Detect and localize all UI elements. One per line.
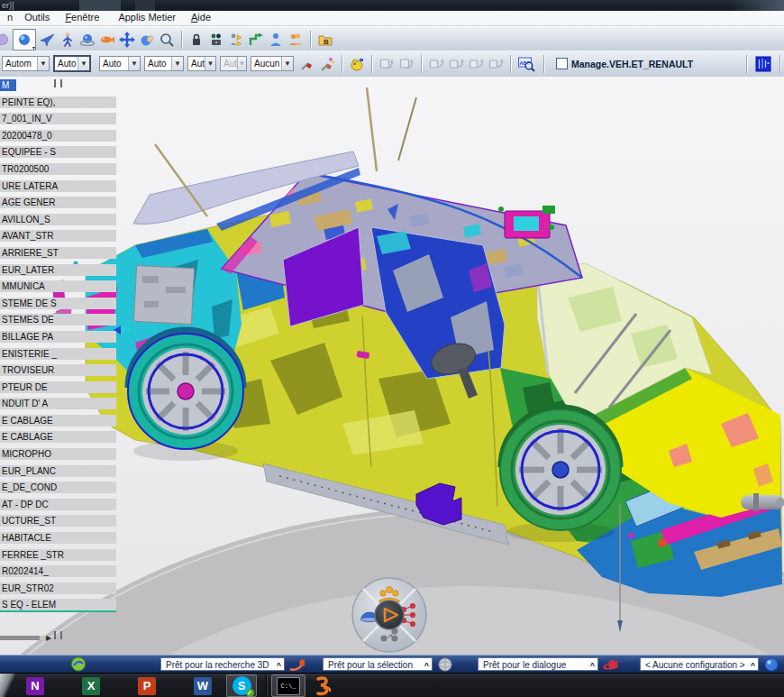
menu-item-partial[interactable]: n — [7, 11, 13, 24]
tree-item[interactable]: URE LATERA — [0, 180, 116, 192]
filter-dropdown-3[interactable]: Auto▼ — [99, 56, 141, 71]
lock-icon[interactable] — [187, 31, 205, 49]
turntable-icon[interactable] — [78, 31, 96, 49]
tree-item[interactable]: EUR_PLANC — [0, 465, 116, 477]
user-blue-icon[interactable] — [267, 31, 285, 49]
tree-item[interactable]: 7_001_IN_V — [0, 113, 116, 124]
tree-item[interactable]: FERREE _STR — [0, 549, 116, 561]
scrollbar-thumb[interactable] — [0, 636, 40, 640]
tree-item[interactable]: E CABLAGE — [0, 415, 116, 426]
status-search-3d[interactable]: Prêt pour la recherche 3D ^ — [160, 657, 285, 671]
globe-icon[interactable] — [436, 656, 452, 672]
tree-item[interactable]: TROVISEUR — [0, 364, 116, 376]
tree-item[interactable]: AT - DP DC — [0, 499, 116, 510]
tree-item[interactable]: M — [0, 79, 16, 91]
menu-item-fenetre[interactable]: Fenêtre — [65, 11, 99, 24]
chevron-down-icon[interactable]: ▼ — [205, 57, 215, 70]
fish-fly-icon[interactable] — [98, 31, 116, 49]
menu-item-applis-metier[interactable]: Applis Metier — [118, 11, 176, 24]
examine-mode-icon[interactable]: ▾ — [13, 29, 36, 50]
filter-dropdown-7[interactable]: Aucun▼ — [251, 56, 294, 71]
tree-item[interactable]: TR0200500 — [0, 163, 116, 175]
mascot-icon[interactable] — [348, 55, 366, 73]
tree-item[interactable]: EUR_LATER — [0, 264, 116, 276]
tree-item[interactable]: AGE GENER — [0, 197, 116, 208]
tree-item[interactable]: HABITACLE — [0, 532, 116, 544]
3ds-logo-icon[interactable] — [70, 656, 87, 672]
menu-item-aide[interactable]: Aide — [191, 11, 211, 24]
tree-item[interactable]: NDUIT D' A — [0, 398, 116, 409]
chevron-down-icon[interactable]: ▼ — [281, 57, 293, 70]
tree-item[interactable]: MICROPHO — [0, 448, 116, 460]
catalog-b-icon[interactable]: B — [316, 31, 334, 49]
examine-dropdown-caret[interactable]: ▾ — [32, 45, 35, 50]
abc-search-icon[interactable]: ABC — [516, 55, 538, 73]
tree-item[interactable]: E CABLAGE — [0, 431, 116, 443]
tree-item[interactable]: ARRIERE_ST — [0, 247, 116, 259]
tree-item[interactable]: R0202414_ — [0, 565, 116, 577]
viewport-3d[interactable] — [0, 77, 784, 655]
tree-item[interactable]: PEINTE EQ), — [0, 96, 116, 108]
chevron-down-icon[interactable]: ▼ — [128, 57, 140, 70]
taskbar-word[interactable]: W — [187, 674, 218, 697]
tree-item[interactable]: STEMES DE — [0, 314, 116, 326]
tree-item[interactable]: AVANT_STR — [0, 230, 116, 242]
rotate-icon[interactable] — [138, 31, 156, 49]
paint-brush-icon[interactable] — [298, 55, 316, 73]
tree-item[interactable]: S EQ - ELEM — [0, 599, 116, 612]
taskbar-skype[interactable]: S ✓ — [226, 674, 257, 697]
taskbar-3dexperience[interactable] — [308, 674, 339, 697]
menu-item-outils[interactable]: Outils — [24, 11, 50, 24]
taskbar-onenote[interactable]: N — [20, 674, 50, 697]
filter-dropdown-4[interactable]: Auto▼ — [144, 56, 184, 71]
status-configuration[interactable]: < Aucune configuration > ^ — [640, 657, 759, 671]
manage-filter-checkbox[interactable] — [556, 58, 568, 69]
tree-item[interactable]: PTEUR DE — [0, 381, 116, 393]
planet-icon[interactable] — [602, 656, 618, 672]
collapse-caret-icon[interactable]: ^ — [751, 659, 755, 673]
tree-item[interactable]: BILLAGE PA — [0, 331, 116, 343]
tree-item[interactable]: EQUIPEE - S — [0, 146, 116, 158]
status-dialog[interactable]: Prêt pour le dialogue ^ — [478, 657, 598, 671]
detached-rod-part[interactable] — [741, 493, 784, 511]
pan-icon[interactable] — [118, 31, 136, 49]
blue-sphere-icon[interactable] — [763, 656, 779, 672]
chevron-down-icon[interactable]: ▼ — [37, 57, 49, 70]
tree-horizontal-scrollbar[interactable]: ▶ — [0, 634, 56, 642]
chevron-down-icon[interactable]: ▼ — [77, 57, 89, 70]
taskbar-excel[interactable]: X — [76, 674, 106, 697]
blue-panel-icon[interactable] — [752, 55, 774, 73]
users-orange-icon[interactable] — [287, 31, 305, 49]
tree-item[interactable]: STEME DE S — [0, 298, 116, 309]
compass-widget[interactable] — [352, 578, 426, 652]
tree-splitter-handle[interactable] — [54, 79, 62, 87]
taskbar-command-prompt[interactable]: C:\_ — [271, 674, 305, 697]
play-center-icon[interactable] — [375, 601, 404, 629]
status-selection[interactable]: Prêt pour la sélection ^ — [323, 657, 433, 671]
tree-item[interactable]: UCTURE_ST — [0, 515, 116, 527]
tree-item[interactable]: ENISTERIE _ — [0, 348, 116, 360]
paint-sparkle-icon[interactable] — [318, 55, 336, 73]
filter-dropdown-5[interactable]: Aut▼ — [187, 56, 216, 71]
filter-dropdown-2[interactable]: Auto▼ — [53, 55, 91, 72]
tree-item[interactable]: EUR_STR02 — [0, 582, 116, 594]
zoom-icon[interactable] — [158, 31, 176, 49]
chevron-down-icon[interactable]: ▼ — [171, 57, 183, 70]
fly-mode-icon[interactable] — [39, 31, 57, 49]
walk-mode-icon[interactable] — [59, 31, 77, 49]
clipped-glove-icon[interactable] — [0, 31, 10, 49]
collapse-caret-icon[interactable]: ^ — [590, 659, 595, 673]
taskbar-powerpoint[interactable]: P — [132, 674, 162, 697]
filter-dropdown-1[interactable]: Autom▼ — [2, 56, 50, 71]
collapse-caret-icon[interactable]: ^ — [277, 659, 281, 673]
tree-item[interactable]: MMUNICA — [0, 280, 116, 292]
workflow-green-icon[interactable] — [247, 31, 265, 49]
team-lock-icon[interactable] — [207, 31, 225, 49]
viewport-canvas[interactable] — [0, 77, 784, 655]
tree-item[interactable]: E_DE_COND — [0, 481, 116, 493]
user-transfer-icon[interactable] — [227, 31, 245, 49]
collapse-caret-icon[interactable]: ^ — [424, 659, 429, 673]
tree-item[interactable]: AVILLON_S — [0, 214, 116, 225]
search-swoosh-icon[interactable] — [288, 656, 305, 672]
tree-item[interactable]: 20200478_0 — [0, 130, 116, 142]
